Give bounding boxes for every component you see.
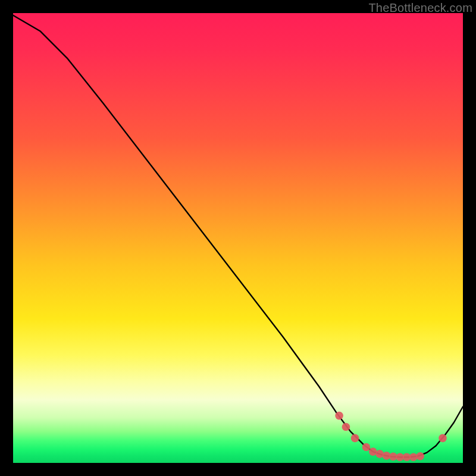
svg-point-12 <box>439 434 447 443</box>
plot-area <box>13 13 463 463</box>
watermark-text: TheBottleneck.com <box>368 1 472 15</box>
svg-point-2 <box>351 434 359 443</box>
curve-layer <box>13 13 463 463</box>
svg-point-11 <box>416 452 424 461</box>
chart-stage: TheBottleneck.com <box>0 0 476 476</box>
marker-dots <box>335 412 447 461</box>
svg-point-1 <box>342 423 350 431</box>
svg-point-3 <box>362 443 371 452</box>
bottleneck-curve <box>13 15 463 457</box>
svg-point-5 <box>375 450 384 458</box>
svg-point-10 <box>409 453 418 461</box>
svg-point-0 <box>335 412 343 420</box>
